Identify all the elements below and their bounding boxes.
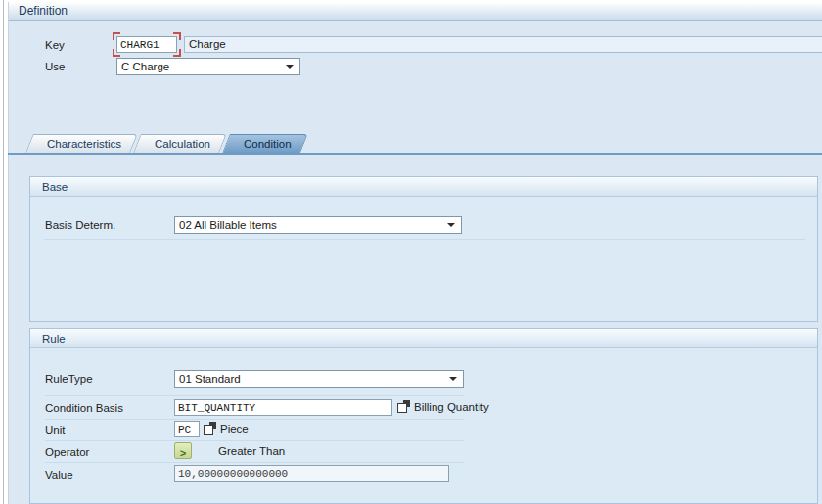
panel-header: Definition bbox=[9, 2, 822, 21]
panel-title: Definition bbox=[19, 2, 68, 21]
tabstrip: Characteristics Calculation Condition bbox=[29, 134, 307, 153]
basis-determ-label: Basis Determ. bbox=[45, 219, 115, 231]
operator-description: Greater Than bbox=[218, 445, 285, 457]
key-description-field[interactable]: Charge bbox=[184, 36, 822, 53]
rule-type-combobox[interactable]: 01 Standard bbox=[174, 370, 464, 388]
row-separator bbox=[45, 462, 464, 463]
base-group-title: Base bbox=[42, 177, 68, 197]
value-label: Value bbox=[45, 469, 73, 481]
operator-button[interactable]: > bbox=[174, 442, 192, 459]
rule-type-label: RuleType bbox=[45, 373, 93, 385]
use-combobox[interactable]: C Charge bbox=[116, 58, 300, 75]
condition-basis-input[interactable] bbox=[174, 399, 392, 416]
chevron-down-icon bbox=[449, 377, 457, 381]
operator-label: Operator bbox=[45, 446, 89, 458]
condition-basis-label: Condition Basis bbox=[45, 402, 123, 414]
tab-characteristics[interactable]: Characteristics bbox=[29, 134, 134, 153]
tab-condition[interactable]: Condition bbox=[226, 134, 304, 153]
rule-type-value: 01 Standard bbox=[179, 371, 241, 387]
value-input[interactable] bbox=[174, 465, 449, 482]
definition-screen: Definition Key Charge Use C Charge Chara… bbox=[0, 0, 822, 504]
greater-than-icon: > bbox=[180, 448, 187, 460]
chevron-down-icon bbox=[447, 223, 455, 227]
basis-determ-value: 02 All Billable Items bbox=[179, 217, 277, 233]
use-combobox-value: C Charge bbox=[121, 59, 169, 74]
tab-label: Condition bbox=[244, 138, 292, 150]
chevron-down-icon bbox=[286, 65, 294, 69]
tab-label: Calculation bbox=[155, 138, 210, 150]
left-splitter-line bbox=[3, 0, 4, 504]
row-separator bbox=[44, 239, 805, 240]
key-label: Key bbox=[45, 39, 65, 51]
unit-input[interactable] bbox=[174, 421, 200, 437]
rule-group-title: Rule bbox=[42, 329, 66, 348]
rule-group-header: Rule bbox=[30, 329, 817, 348]
row-separator bbox=[45, 419, 464, 420]
key-input[interactable] bbox=[116, 36, 177, 53]
row-separator bbox=[45, 440, 464, 441]
value-help-icon[interactable] bbox=[397, 400, 410, 413]
unit-label: Unit bbox=[45, 424, 65, 435]
basis-determ-combobox[interactable]: 02 All Billable Items bbox=[174, 216, 462, 234]
value-help-icon[interactable] bbox=[204, 422, 216, 435]
base-group-header: Base bbox=[30, 177, 817, 197]
tab-calculation[interactable]: Calculation bbox=[137, 134, 223, 153]
base-group: Base Basis Determ. 02 All Billable Items bbox=[29, 176, 818, 322]
use-label: Use bbox=[45, 61, 65, 72]
condition-basis-description: Billing Quantity bbox=[414, 401, 489, 413]
row-separator bbox=[45, 395, 464, 396]
rule-group: Rule RuleType 01 Standard Condition Basi… bbox=[29, 328, 818, 504]
unit-description: Piece bbox=[220, 423, 249, 435]
tabstrip-baseline bbox=[8, 153, 822, 155]
tab-label: Characteristics bbox=[47, 138, 121, 150]
